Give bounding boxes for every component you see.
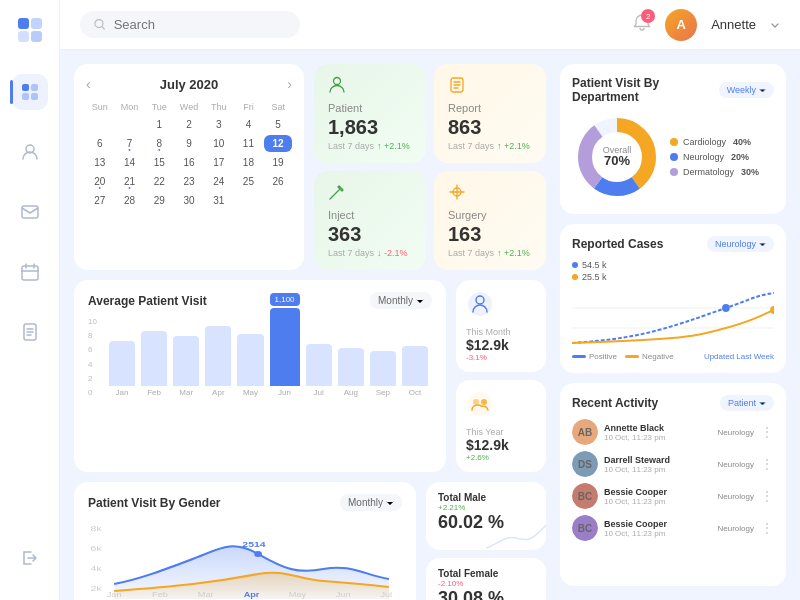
mini-stats: This Month $12.9k -3.1% This Year $12.9k… xyxy=(456,280,546,472)
activity-time: 10 Oct, 11:23 pm xyxy=(604,433,712,442)
activity-item[interactable]: AB Annette Black 10 Oct, 11:23 pm Neurol… xyxy=(572,419,774,445)
calendar-day[interactable]: 14 xyxy=(116,154,144,171)
bar-group: Mar xyxy=(173,336,199,397)
calendar-day[interactable]: 7 xyxy=(116,135,144,152)
bar-label: Jan xyxy=(116,388,129,397)
calendar-day[interactable]: 27 xyxy=(86,192,114,209)
calendar-day[interactable]: 18 xyxy=(235,154,263,171)
bar[interactable] xyxy=(270,308,300,386)
notifications-button[interactable]: 2 xyxy=(633,13,651,36)
this-year-change: +2.6% xyxy=(466,453,536,462)
neurology-dot xyxy=(670,153,678,161)
calendar-prev-button[interactable]: ‹ xyxy=(86,76,91,92)
dept-filter[interactable]: Weekly xyxy=(719,82,774,98)
calendar-day[interactable]: 15 xyxy=(145,154,173,171)
calendar-day[interactable]: 26 xyxy=(264,173,292,190)
search-input[interactable] xyxy=(114,17,286,32)
activity-more-button[interactable]: ⋮ xyxy=(760,520,774,536)
stat-report: Report 863 Last 7 days ↑ +2.1% xyxy=(434,64,546,163)
this-year-value: $12.9k xyxy=(466,437,536,453)
surgery-icon xyxy=(448,183,532,205)
activity-more-button[interactable]: ⋮ xyxy=(760,456,774,472)
sidebar-item-logout[interactable] xyxy=(12,540,48,576)
bar[interactable] xyxy=(402,346,428,386)
bar[interactable] xyxy=(306,344,332,386)
calendar-day[interactable]: 21 xyxy=(116,173,144,190)
activity-item[interactable]: DS Darrell Steward 10 Oct, 11:23 pm Neur… xyxy=(572,451,774,477)
negative-line xyxy=(625,355,639,358)
calendar-day[interactable]: 24 xyxy=(205,173,233,190)
sidebar-item-reports[interactable] xyxy=(12,314,48,350)
calendar-day[interactable]: 12 xyxy=(264,135,292,152)
bar-group: Apr xyxy=(205,326,231,397)
calendar-day[interactable]: 29 xyxy=(145,192,173,209)
sidebar-item-messages[interactable] xyxy=(12,194,48,230)
reported-card: Reported Cases Neurology 54.5 k 25.5 k xyxy=(560,224,786,373)
reported-val-2: 25.5 k xyxy=(572,272,774,282)
activity-card: Recent Activity Patient AB Annette Black… xyxy=(560,383,786,586)
calendar-day[interactable]: 8 xyxy=(145,135,173,152)
cardiology-dot xyxy=(670,138,678,146)
activity-item[interactable]: BC Bessie Cooper 10 Oct, 11:23 pm Neurol… xyxy=(572,515,774,541)
sidebar-item-users[interactable] xyxy=(12,134,48,170)
calendar-day[interactable]: 3 xyxy=(205,116,233,133)
total-male-label: Total Male xyxy=(438,492,534,503)
calendar-day[interactable]: 30 xyxy=(175,192,203,209)
reported-filter[interactable]: Neurology xyxy=(707,236,774,252)
calendar-day[interactable]: 19 xyxy=(264,154,292,171)
this-month-card: This Month $12.9k -3.1% xyxy=(456,280,546,372)
calendar-day[interactable]: 16 xyxy=(175,154,203,171)
calendar-next-button[interactable]: › xyxy=(287,76,292,92)
calendar-day[interactable]: 6 xyxy=(86,135,114,152)
calendar-grid: SunMonTueWedThuFriSat1234567891011121314… xyxy=(86,100,292,209)
calendar-day[interactable]: 11 xyxy=(235,135,263,152)
calendar-day-header: Tue xyxy=(145,100,173,114)
bottom-row: Patient Visit By Gender Monthly 8k 6k 4k xyxy=(74,482,546,600)
calendar-day[interactable]: 1 xyxy=(145,116,173,133)
bar[interactable] xyxy=(173,336,199,386)
sidebar-item-calendar[interactable] xyxy=(12,254,48,290)
svg-rect-4 xyxy=(22,84,29,91)
bar[interactable] xyxy=(141,331,167,386)
bar[interactable] xyxy=(205,326,231,386)
svg-rect-2 xyxy=(18,31,29,42)
svg-rect-5 xyxy=(31,84,38,91)
sidebar-item-dashboard[interactable] xyxy=(12,74,48,110)
notification-badge: 2 xyxy=(641,9,655,23)
header-right: 2 A Annette xyxy=(633,9,780,41)
calendar-day[interactable]: 31 xyxy=(205,192,233,209)
calendar-day[interactable]: 4 xyxy=(235,116,263,133)
activity-name: Bessie Cooper xyxy=(604,519,712,529)
avg-visit-filter[interactable]: Monthly xyxy=(370,292,432,309)
patient-label: Patient xyxy=(328,102,412,114)
calendar-day[interactable]: 23 xyxy=(175,173,203,190)
dermatology-legend: Dermatology 30% xyxy=(670,167,759,177)
bar[interactable] xyxy=(109,341,135,386)
activity-item[interactable]: BC Bessie Cooper 10 Oct, 11:23 pm Neurol… xyxy=(572,483,774,509)
bar[interactable] xyxy=(338,348,364,386)
total-female-card: Total Female -2.10% 30.08 % xyxy=(426,558,546,601)
activity-more-button[interactable]: ⋮ xyxy=(760,424,774,440)
calendar-day[interactable]: 2 xyxy=(175,116,203,133)
calendar-day[interactable]: 9 xyxy=(175,135,203,152)
calendar-day[interactable]: 28 xyxy=(116,192,144,209)
gender-filter[interactable]: Monthly xyxy=(340,494,402,511)
activity-time: 10 Oct, 11:23 pm xyxy=(604,465,712,474)
search-bar[interactable] xyxy=(80,11,300,38)
svg-rect-9 xyxy=(22,206,38,218)
calendar-day[interactable]: 10 xyxy=(205,135,233,152)
bar[interactable] xyxy=(370,351,396,386)
calendar-day[interactable]: 20 xyxy=(86,173,114,190)
activity-department: Neurology xyxy=(718,460,754,469)
activity-name: Bessie Cooper xyxy=(604,487,712,497)
calendar-day[interactable]: 5 xyxy=(264,116,292,133)
activity-more-button[interactable]: ⋮ xyxy=(760,488,774,504)
calendar-day[interactable]: 25 xyxy=(235,173,263,190)
activity-filter[interactable]: Patient xyxy=(720,395,774,411)
calendar-day[interactable]: 22 xyxy=(145,173,173,190)
bar[interactable] xyxy=(237,334,263,386)
calendar-day[interactable]: 13 xyxy=(86,154,114,171)
calendar-day[interactable]: 17 xyxy=(205,154,233,171)
patient-icon xyxy=(328,76,412,98)
inject-sub: Last 7 days ↓ -2.1% xyxy=(328,248,412,258)
